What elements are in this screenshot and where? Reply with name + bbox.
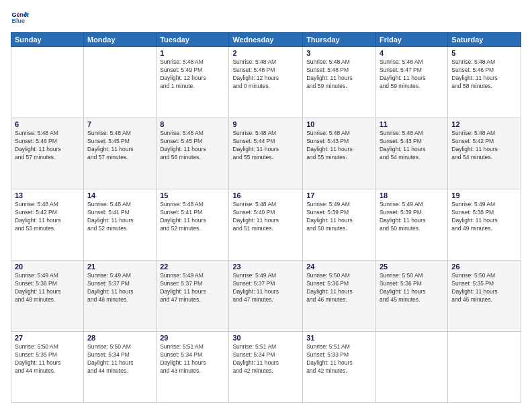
day-detail: Sunrise: 5:51 AMSunset: 5:34 PMDaylight:… [160, 343, 225, 375]
day-header-friday: Friday [375, 33, 447, 47]
day-number: 20 [15, 263, 80, 271]
day-detail: Sunrise: 5:50 AMSunset: 5:36 PMDaylight:… [380, 272, 444, 304]
day-detail: Sunrise: 5:48 AMSunset: 5:44 PMDaylight:… [232, 130, 299, 162]
day-detail: Sunrise: 5:50 AMSunset: 5:34 PMDaylight:… [87, 343, 152, 375]
day-detail: Sunrise: 5:48 AMSunset: 5:46 PMDaylight:… [15, 130, 80, 162]
day-number: 8 [160, 120, 225, 128]
day-detail: Sunrise: 5:51 AMSunset: 5:33 PMDaylight:… [306, 343, 372, 375]
day-detail: Sunrise: 5:48 AMSunset: 5:48 PMDaylight:… [306, 58, 372, 91]
calendar-week-row: 13Sunrise: 5:48 AMSunset: 5:42 PMDayligh… [11, 189, 521, 261]
day-detail: Sunrise: 5:50 AMSunset: 5:35 PMDaylight:… [451, 272, 517, 304]
day-header-tuesday: Tuesday [157, 33, 229, 47]
calendar-week-row: 27Sunrise: 5:50 AMSunset: 5:35 PMDayligh… [11, 332, 521, 403]
day-detail: Sunrise: 5:48 AMSunset: 5:43 PMDaylight:… [380, 130, 444, 162]
calendar-day-22: 22Sunrise: 5:49 AMSunset: 5:37 PMDayligh… [157, 261, 229, 332]
day-number: 28 [87, 334, 152, 342]
day-number: 7 [87, 120, 152, 128]
day-number: 18 [380, 191, 444, 199]
day-detail: Sunrise: 5:48 AMSunset: 5:46 PMDaylight:… [451, 58, 517, 91]
calendar-day-1: 1Sunrise: 5:48 AMSunset: 5:49 PMDaylight… [157, 47, 229, 118]
calendar-day-9: 9Sunrise: 5:48 AMSunset: 5:44 PMDaylight… [229, 118, 303, 189]
day-number: 6 [15, 120, 80, 128]
day-detail: Sunrise: 5:48 AMSunset: 5:43 PMDaylight:… [306, 130, 372, 162]
calendar-day-18: 18Sunrise: 5:49 AMSunset: 5:39 PMDayligh… [375, 189, 447, 261]
calendar-day-3: 3Sunrise: 5:48 AMSunset: 5:48 PMDaylight… [303, 47, 376, 118]
day-number: 30 [232, 334, 299, 342]
calendar-day-29: 29Sunrise: 5:51 AMSunset: 5:34 PMDayligh… [157, 332, 229, 403]
day-detail: Sunrise: 5:48 AMSunset: 5:45 PMDaylight:… [160, 130, 225, 162]
calendar-day-19: 19Sunrise: 5:49 AMSunset: 5:38 PMDayligh… [448, 189, 521, 261]
calendar-week-row: 1Sunrise: 5:48 AMSunset: 5:49 PMDaylight… [11, 47, 521, 118]
calendar-week-row: 20Sunrise: 5:49 AMSunset: 5:38 PMDayligh… [11, 261, 521, 332]
empty-day-cell [375, 332, 447, 403]
day-detail: Sunrise: 5:49 AMSunset: 5:37 PMDaylight:… [160, 272, 225, 304]
day-number: 12 [451, 120, 517, 128]
day-number: 21 [87, 263, 152, 271]
day-number: 2 [232, 49, 299, 57]
calendar-day-20: 20Sunrise: 5:49 AMSunset: 5:38 PMDayligh… [11, 261, 84, 332]
day-number: 22 [160, 263, 225, 271]
calendar-day-14: 14Sunrise: 5:48 AMSunset: 5:41 PMDayligh… [83, 189, 156, 261]
calendar-day-10: 10Sunrise: 5:48 AMSunset: 5:43 PMDayligh… [303, 118, 376, 189]
day-number: 1 [160, 49, 225, 57]
day-header-sunday: Sunday [11, 33, 84, 47]
day-number: 3 [306, 49, 372, 57]
day-number: 9 [232, 120, 299, 128]
calendar-day-12: 12Sunrise: 5:48 AMSunset: 5:42 PMDayligh… [448, 118, 521, 189]
calendar-day-27: 27Sunrise: 5:50 AMSunset: 5:35 PMDayligh… [11, 332, 84, 403]
day-detail: Sunrise: 5:49 AMSunset: 5:38 PMDaylight:… [451, 201, 517, 233]
calendar-day-7: 7Sunrise: 5:48 AMSunset: 5:45 PMDaylight… [83, 118, 156, 189]
day-number: 19 [451, 191, 517, 199]
calendar-day-23: 23Sunrise: 5:49 AMSunset: 5:37 PMDayligh… [229, 261, 303, 332]
day-number: 15 [160, 191, 225, 199]
day-detail: Sunrise: 5:51 AMSunset: 5:34 PMDaylight:… [232, 343, 299, 375]
calendar-day-16: 16Sunrise: 5:48 AMSunset: 5:40 PMDayligh… [229, 189, 303, 261]
day-detail: Sunrise: 5:49 AMSunset: 5:37 PMDaylight:… [87, 272, 152, 304]
calendar-day-26: 26Sunrise: 5:50 AMSunset: 5:35 PMDayligh… [448, 261, 521, 332]
calendar-day-4: 4Sunrise: 5:48 AMSunset: 5:47 PMDaylight… [375, 47, 447, 118]
day-number: 13 [15, 191, 80, 199]
day-detail: Sunrise: 5:48 AMSunset: 5:41 PMDaylight:… [160, 201, 225, 233]
day-header-wednesday: Wednesday [229, 33, 303, 47]
day-header-monday: Monday [83, 33, 156, 47]
calendar-day-25: 25Sunrise: 5:50 AMSunset: 5:36 PMDayligh… [375, 261, 447, 332]
day-detail: Sunrise: 5:50 AMSunset: 5:36 PMDaylight:… [306, 272, 372, 304]
day-detail: Sunrise: 5:49 AMSunset: 5:38 PMDaylight:… [15, 272, 80, 304]
day-detail: Sunrise: 5:48 AMSunset: 5:45 PMDaylight:… [87, 130, 152, 162]
calendar-table: SundayMondayTuesdayWednesdayThursdayFrid… [11, 32, 521, 403]
day-detail: Sunrise: 5:49 AMSunset: 5:37 PMDaylight:… [232, 272, 299, 304]
day-number: 31 [306, 334, 372, 342]
calendar-day-28: 28Sunrise: 5:50 AMSunset: 5:34 PMDayligh… [83, 332, 156, 403]
calendar-day-17: 17Sunrise: 5:49 AMSunset: 5:39 PMDayligh… [303, 189, 376, 261]
day-detail: Sunrise: 5:48 AMSunset: 5:40 PMDaylight:… [232, 201, 299, 233]
day-detail: Sunrise: 5:48 AMSunset: 5:49 PMDaylight:… [160, 58, 225, 91]
day-detail: Sunrise: 5:48 AMSunset: 5:47 PMDaylight:… [380, 58, 444, 91]
logo: General Blue [11, 8, 32, 27]
header: General Blue [11, 8, 521, 27]
general-blue-logo-icon: General Blue [11, 8, 30, 27]
day-detail: Sunrise: 5:48 AMSunset: 5:42 PMDaylight:… [451, 130, 517, 162]
day-number: 14 [87, 191, 152, 199]
day-detail: Sunrise: 5:49 AMSunset: 5:39 PMDaylight:… [380, 201, 444, 233]
calendar-day-15: 15Sunrise: 5:48 AMSunset: 5:41 PMDayligh… [157, 189, 229, 261]
calendar-day-6: 6Sunrise: 5:48 AMSunset: 5:46 PMDaylight… [11, 118, 84, 189]
day-number: 10 [306, 120, 372, 128]
day-number: 11 [380, 120, 444, 128]
day-number: 16 [232, 191, 299, 199]
day-header-saturday: Saturday [448, 33, 521, 47]
day-number: 5 [451, 49, 517, 57]
day-detail: Sunrise: 5:48 AMSunset: 5:42 PMDaylight:… [15, 201, 80, 233]
calendar-week-row: 6Sunrise: 5:48 AMSunset: 5:46 PMDaylight… [11, 118, 521, 189]
calendar-day-11: 11Sunrise: 5:48 AMSunset: 5:43 PMDayligh… [375, 118, 447, 189]
day-number: 27 [15, 334, 80, 342]
calendar-day-31: 31Sunrise: 5:51 AMSunset: 5:33 PMDayligh… [303, 332, 376, 403]
day-number: 23 [232, 263, 299, 271]
day-header-thursday: Thursday [303, 33, 376, 47]
empty-day-cell [448, 332, 521, 403]
day-detail: Sunrise: 5:49 AMSunset: 5:39 PMDaylight:… [306, 201, 372, 233]
page: General Blue SundayMondayTuesdayWednesda… [0, 0, 532, 411]
day-number: 4 [380, 49, 444, 57]
calendar-day-2: 2Sunrise: 5:48 AMSunset: 5:48 PMDaylight… [229, 47, 303, 118]
calendar-day-30: 30Sunrise: 5:51 AMSunset: 5:34 PMDayligh… [229, 332, 303, 403]
calendar-day-21: 21Sunrise: 5:49 AMSunset: 5:37 PMDayligh… [83, 261, 156, 332]
